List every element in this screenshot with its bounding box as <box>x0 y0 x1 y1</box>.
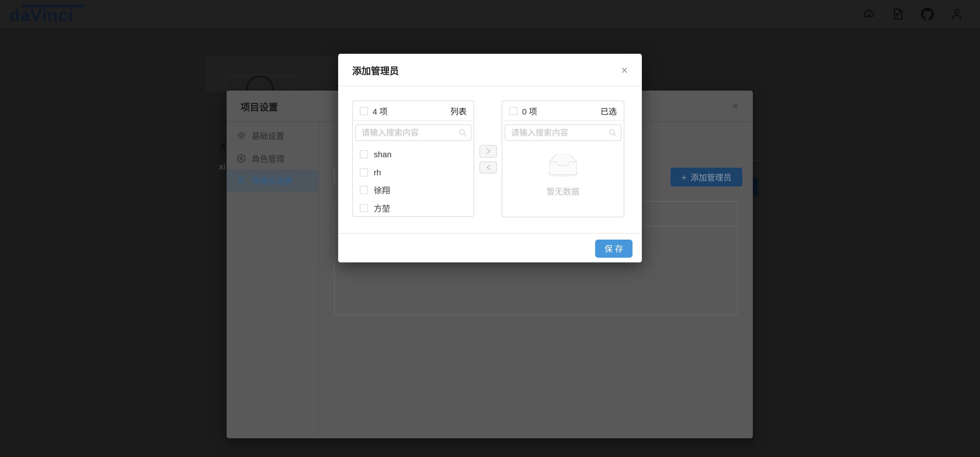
transfer-target-search <box>504 125 621 141</box>
plus-icon: + <box>681 172 687 182</box>
chevron-right-icon <box>485 148 491 155</box>
empty-state-text: 暂无数据 <box>502 185 624 197</box>
move-left-button[interactable] <box>479 161 497 174</box>
save-button[interactable]: 保 存 <box>595 239 633 257</box>
empty-state: 暂无数据 <box>502 154 624 197</box>
close-icon[interactable]: × <box>621 64 628 76</box>
search-icon <box>609 129 617 137</box>
sidebar-item-role-management[interactable]: R 角色管理 <box>227 147 318 169</box>
github-icon[interactable] <box>921 8 934 21</box>
item-checkbox[interactable] <box>360 150 368 159</box>
item-checkbox[interactable] <box>360 186 368 194</box>
select-all-checkbox[interactable] <box>509 107 517 115</box>
svg-text:R: R <box>239 156 243 161</box>
svg-text:daVinci: daVinci <box>10 5 73 24</box>
sidebar-item-basic-settings[interactable]: 基础设置 <box>227 125 318 147</box>
list-item[interactable]: rh <box>353 163 474 181</box>
add-admin-button[interactable]: + 添加管理员 <box>670 168 742 187</box>
item-label: 徐翔 <box>374 184 390 196</box>
dim-text-fragment-x: X <box>220 141 226 153</box>
transfer-operations <box>479 145 497 174</box>
app-header: daVinci <box>0 0 980 28</box>
sidebar-item-label: 管理员设置 <box>252 175 293 187</box>
search-input[interactable] <box>504 125 621 141</box>
add-admin-modal-header: 添加管理员 × <box>338 54 642 86</box>
person-icon <box>237 176 246 185</box>
empty-box-icon <box>544 154 582 178</box>
transfer-source-header: 4 项 列表 <box>353 101 474 121</box>
list-item[interactable]: 方堃 <box>353 199 474 217</box>
project-settings-close-icon[interactable]: × <box>732 101 739 112</box>
application-root: X xi daVinci <box>0 0 980 457</box>
dim-button-fragment <box>753 177 758 196</box>
sidebar-item-admin-settings[interactable]: 管理员设置 <box>227 169 318 192</box>
list-item[interactable]: shan <box>353 145 474 163</box>
gear-icon <box>237 131 246 141</box>
list-item[interactable]: 徐翔 <box>353 181 474 199</box>
transfer-target-header: 0 项 已选 <box>502 101 624 121</box>
document-icon[interactable] <box>892 8 905 21</box>
move-right-button[interactable] <box>479 145 497 158</box>
add-admin-modal: 添加管理员 × 4 项 列表 shan <box>338 54 642 262</box>
item-checkbox[interactable] <box>360 168 368 176</box>
registered-icon: R <box>237 154 246 163</box>
sidebar-item-label: 基础设置 <box>252 130 285 142</box>
item-checkbox[interactable] <box>360 204 368 212</box>
search-icon <box>458 129 467 137</box>
dim-line-fragment <box>753 160 762 161</box>
item-label: 方堃 <box>374 202 390 214</box>
transfer-source-search <box>355 125 471 141</box>
davinci-logo: daVinci <box>10 4 97 24</box>
search-input[interactable] <box>355 125 471 141</box>
sidebar-item-label: 角色管理 <box>252 153 285 164</box>
project-settings-title: 项目设置 <box>240 99 278 113</box>
chevron-left-icon <box>485 164 491 171</box>
transfer-source-list: 4 项 列表 shan rh 徐翔 <box>352 101 474 217</box>
item-label: rh <box>374 168 381 177</box>
transfer-target-label: 已选 <box>600 105 617 117</box>
transfer-source-count: 4 项 <box>372 105 388 117</box>
project-settings-sidebar: 基础设置 R 角色管理 <box>227 122 319 438</box>
add-admin-modal-title: 添加管理员 <box>352 63 399 77</box>
item-label: shan <box>374 150 391 159</box>
add-admin-modal-footer: 保 存 <box>338 233 642 262</box>
transfer-target-count: 0 项 <box>522 105 537 117</box>
transfer-source-label: 列表 <box>450 105 467 117</box>
cloud-download-icon[interactable] <box>862 8 875 21</box>
add-admin-button-label: 添加管理员 <box>690 171 732 183</box>
select-all-checkbox[interactable] <box>360 107 368 115</box>
user-icon[interactable] <box>950 8 963 21</box>
dim-text-fragment-xi: xi <box>219 161 226 171</box>
